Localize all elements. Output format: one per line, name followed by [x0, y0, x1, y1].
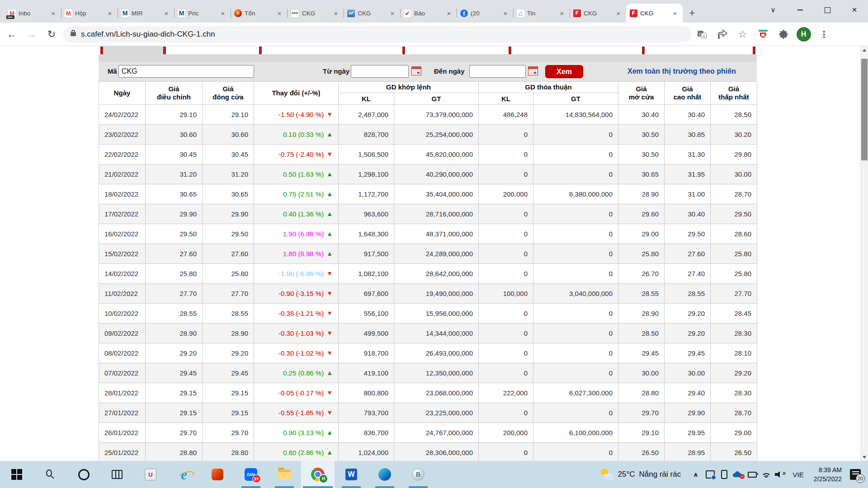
- browser-tab[interactable]: F247CKG×: [287, 4, 344, 23]
- address-bar[interactable]: s.cafef.vn/Lich-su-giao-dich-CKG-1.chn: [63, 26, 692, 42]
- reload-icon[interactable]: ↻: [43, 26, 60, 42]
- browser-tab[interactable]: ⌂Tin×: [513, 4, 570, 23]
- onedrive-error-icon[interactable]: ×: [731, 461, 745, 488]
- scrollbar-thumb[interactable]: [861, 59, 868, 160]
- cell-putthrough-value: 14,830,564,000: [533, 105, 618, 125]
- browser-tab[interactable]: MPric×: [174, 4, 231, 23]
- device-icon[interactable]: [703, 461, 717, 488]
- header-gia-dieu-chinh: Giá điều chỉnh: [146, 82, 203, 105]
- lock-icon[interactable]: [71, 32, 76, 36]
- extensions-puzzle-icon[interactable]: [773, 26, 793, 42]
- notification-icon[interactable]: 20: [850, 469, 861, 480]
- to-date-calendar-icon[interactable]: [528, 66, 538, 75]
- battery-icon[interactable]: [745, 461, 760, 488]
- taskbar-bapp-button[interactable]: B: [401, 461, 435, 488]
- volume-muted-icon[interactable]: ×: [774, 461, 788, 488]
- cell-open-price: 28.50: [618, 324, 665, 343]
- taskbar-word-button[interactable]: W: [335, 461, 368, 488]
- weather-icon[interactable]: [600, 468, 614, 481]
- tab-close-icon[interactable]: ×: [332, 9, 340, 17]
- up-arrow-icon: ▲: [326, 170, 333, 178]
- forward-icon[interactable]: →: [24, 26, 40, 42]
- scroll-down-icon[interactable]: [861, 453, 868, 461]
- cell-open-price: 30.00: [618, 363, 665, 383]
- browser-guard-shield-icon[interactable]: [753, 26, 773, 42]
- header-gd-thoa-thuan: GD thỏa thuận: [479, 82, 618, 93]
- taskbar-search-button[interactable]: [33, 461, 67, 488]
- new-tab-button[interactable]: +: [685, 6, 699, 20]
- language-indicator[interactable]: VIE: [793, 471, 804, 479]
- tab-close-icon[interactable]: ×: [49, 9, 57, 17]
- tray-expand-chevron-icon[interactable]: ∧: [693, 471, 698, 478]
- menu-dots-icon[interactable]: ⋮: [814, 26, 834, 42]
- tab-close-icon[interactable]: ×: [162, 9, 170, 17]
- tab-search-chevron-icon[interactable]: ∨: [760, 0, 787, 20]
- cell-matched-value: 35,404,000,000: [394, 184, 479, 204]
- minimize-button[interactable]: [787, 0, 814, 20]
- browser-tab[interactable]: CKG×: [344, 4, 400, 23]
- taskbar-unikey-button[interactable]: U: [134, 461, 167, 488]
- cell-close-price: 27.70: [203, 284, 254, 304]
- cell-close-price: 31.20: [203, 164, 254, 184]
- tab-title: Báo: [414, 10, 445, 17]
- translate-icon[interactable]: GA: [692, 26, 712, 42]
- from-date-input[interactable]: [351, 65, 409, 78]
- cell-adjusted-price: 30.60: [146, 125, 203, 145]
- tab-close-icon[interactable]: ×: [275, 9, 283, 17]
- browser-tab[interactable]: STổn×: [231, 4, 287, 23]
- taskbar-chrome-button[interactable]: H: [301, 461, 335, 488]
- phone-icon[interactable]: [717, 461, 731, 488]
- tab-close-icon[interactable]: ×: [558, 9, 566, 17]
- page-scrollbar[interactable]: [860, 46, 868, 461]
- xem-button[interactable]: Xem: [545, 65, 583, 78]
- browser-tab[interactable]: f(20×: [457, 4, 513, 23]
- share-icon[interactable]: [712, 26, 732, 42]
- taskbar-taskview-button[interactable]: [100, 461, 134, 488]
- tab-close-icon[interactable]: ×: [501, 9, 509, 17]
- cell-putthrough-volume: 200,000: [479, 423, 533, 443]
- table-row: 08/02/202229.2029.20-0.30 (-1.02 %)▼918,…: [99, 343, 757, 363]
- tab-title: Tổn: [245, 10, 275, 17]
- url-text[interactable]: s.cafef.vn/Lich-su-giao-dich-CKG-1.chn: [81, 30, 215, 39]
- taskbar-explorer-button[interactable]: [268, 461, 301, 488]
- cell-change: -0.55 (-1.85 %)▼: [254, 403, 339, 423]
- whole-market-link[interactable]: Xem toàn thị trường theo phiên: [627, 67, 736, 75]
- cell-close-price: 29.15: [203, 383, 254, 403]
- cell-low-price: 30.00: [711, 164, 757, 184]
- back-icon[interactable]: ←: [4, 26, 20, 42]
- tab-close-icon[interactable]: ×: [219, 9, 227, 17]
- browser-tab[interactable]: FCKG×: [570, 4, 626, 23]
- wifi-icon[interactable]: [760, 461, 774, 488]
- up-arrow-icon: ▲: [326, 449, 333, 456]
- from-date-calendar-icon[interactable]: [411, 66, 421, 75]
- close-window-button[interactable]: ✕: [841, 0, 868, 20]
- tab-title: MIR: [132, 10, 162, 17]
- tab-close-icon[interactable]: ×: [388, 9, 396, 17]
- browser-tab[interactable]: FCKG×: [626, 4, 683, 23]
- browser-tab[interactable]: M100+Inbo×: [5, 4, 61, 23]
- browser-tab[interactable]: MMIR×: [118, 4, 174, 23]
- taskbar-ie-button[interactable]: e: [167, 461, 201, 488]
- ticker-input[interactable]: [118, 65, 254, 78]
- scroll-up-icon[interactable]: [861, 46, 868, 54]
- tab-close-icon[interactable]: ×: [106, 9, 114, 17]
- taskbar-office-button[interactable]: [201, 461, 234, 488]
- taskbar-clock[interactable]: 8:39 AM 2/25/2022: [814, 465, 842, 484]
- taskbar-edge-button[interactable]: [368, 461, 401, 488]
- taskbar-time: 8:39 AM: [814, 465, 842, 474]
- tab-close-icon[interactable]: ×: [445, 9, 453, 17]
- tab-close-icon[interactable]: ×: [671, 9, 679, 17]
- down-arrow-icon: ▼: [326, 150, 333, 158]
- bookmark-star-icon[interactable]: ☆: [732, 26, 753, 42]
- maximize-button[interactable]: [814, 0, 841, 20]
- profile-avatar[interactable]: H: [793, 26, 814, 42]
- browser-tab[interactable]: ✔Báo×: [400, 4, 457, 23]
- taskbar-cortana-button[interactable]: [67, 461, 100, 488]
- taskbar-start-button[interactable]: [0, 461, 33, 488]
- browser-tab[interactable]: MHộp×: [61, 4, 118, 23]
- weather-temp[interactable]: 25°C: [618, 470, 635, 479]
- tab-close-icon[interactable]: ×: [614, 9, 623, 17]
- taskbar-zalo-button[interactable]: Zalo5+: [234, 461, 268, 488]
- to-date-input[interactable]: [469, 65, 526, 78]
- weather-desc[interactable]: Nắng rải rác: [639, 470, 681, 479]
